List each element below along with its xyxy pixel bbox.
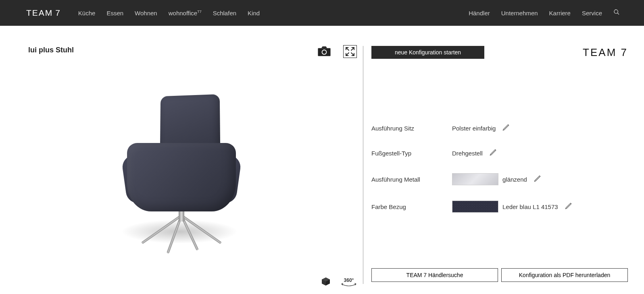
main-container: lui plus Stuhl	[0, 26, 644, 294]
header: TEAM 7 Küche Essen Wohnen wohnofficeT7 S…	[0, 0, 644, 26]
config-rows: Ausführung Sitz Polster einfarbig Fußges…	[371, 123, 628, 213]
swatch-leather	[452, 201, 498, 213]
nav-karriere[interactable]: Karriere	[549, 10, 571, 17]
product-title: lui plus Stuhl	[28, 46, 355, 54]
nav-essen[interactable]: Essen	[106, 10, 123, 17]
product-3d-viewer[interactable]	[105, 87, 258, 260]
config-value: Polster einfarbig	[452, 125, 496, 132]
nav-wohnen[interactable]: Wohnen	[135, 10, 157, 17]
config-value: Drehgestell	[452, 150, 483, 157]
search-icon[interactable]	[613, 9, 620, 17]
logo-right: TEAM 7	[583, 46, 628, 59]
download-pdf-button[interactable]: Konfiguration als PDF herunterladen	[501, 268, 628, 282]
pencil-icon[interactable]	[489, 148, 497, 158]
fullscreen-icon[interactable]	[343, 45, 357, 58]
config-row-metal: Ausführung Metall glänzend	[371, 173, 628, 185]
logo-main[interactable]: TEAM 7	[26, 8, 60, 18]
config-value: Leder blau L1 41573	[502, 203, 558, 210]
nav-service[interactable]: Service	[582, 10, 602, 17]
svg-point-4	[322, 50, 326, 54]
pencil-icon[interactable]	[534, 174, 542, 184]
camera-icon[interactable]	[317, 45, 331, 58]
nav-schlafen[interactable]: Schlafen	[213, 10, 236, 17]
nav-wohnoffice[interactable]: wohnofficeT7	[169, 10, 202, 17]
cube-icon[interactable]	[321, 277, 331, 288]
nav-haendler[interactable]: Händler	[469, 10, 490, 17]
svg-line-1	[617, 13, 619, 14]
new-configuration-button[interactable]: neue Konfiguration starten	[371, 46, 484, 59]
config-label: Ausführung Metall	[371, 176, 452, 183]
nav-primary: Küche Essen Wohnen wohnofficeT7 Schlafen…	[78, 10, 260, 17]
svg-point-0	[614, 10, 618, 13]
config-label: Farbe Bezug	[371, 203, 452, 210]
dealer-search-button[interactable]: TEAM 7 Händlersuche	[371, 268, 498, 282]
pencil-icon[interactable]	[565, 202, 573, 211]
config-label: Ausführung Sitz	[371, 125, 452, 132]
nav-kueche[interactable]: Küche	[78, 10, 96, 17]
config-panel: neue Konfiguration starten TEAM 7 Ausfüh…	[363, 26, 644, 294]
config-row-base: Fußgestell-Typ Drehgestell	[371, 148, 628, 158]
swatch-metal	[452, 173, 498, 185]
config-row-seat: Ausführung Sitz Polster einfarbig	[371, 123, 628, 133]
config-value: glänzend	[502, 176, 527, 183]
nav-unternehmen[interactable]: Unternehmen	[501, 10, 538, 17]
nav-kind[interactable]: Kind	[248, 10, 260, 17]
config-row-cover: Farbe Bezug Leder blau L1 41573	[371, 201, 628, 213]
viewer-panel: lui plus Stuhl	[0, 26, 363, 294]
config-label: Fußgestell-Typ	[371, 150, 452, 157]
pencil-icon[interactable]	[502, 123, 510, 133]
nav-secondary: Händler Unternehmen Karriere Service	[469, 9, 620, 17]
rotate-360-icon[interactable]: 360°	[341, 277, 357, 287]
